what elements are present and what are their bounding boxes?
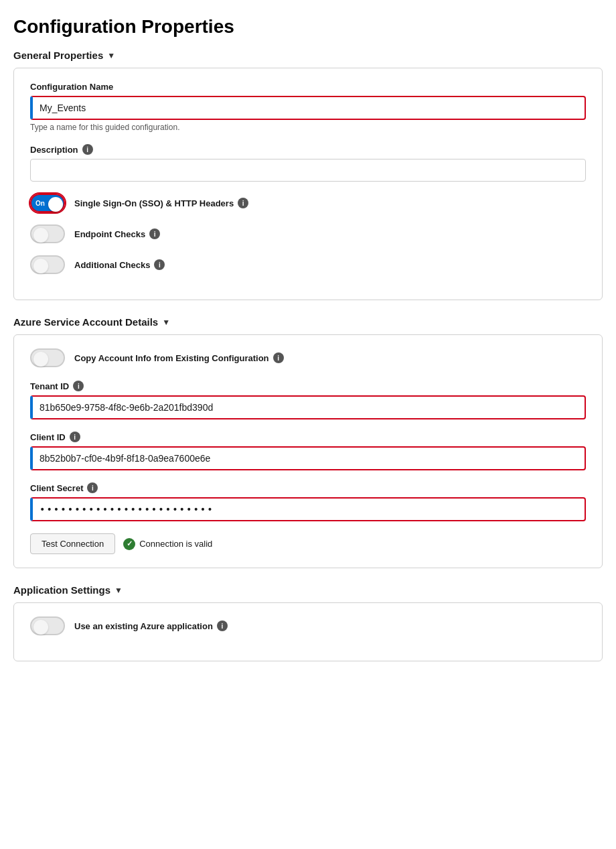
config-name-label: Configuration Name [30,82,586,92]
test-connection-button[interactable]: Test Connection [30,533,115,554]
app-settings-label: Application Settings [13,584,110,596]
copy-info-icon[interactable]: i [273,352,284,363]
azure-section-chevron: ▼ [162,318,170,327]
client-id-group: Client ID i [30,432,586,470]
general-properties-chevron: ▼ [107,51,115,60]
client-id-info-icon[interactable]: i [70,432,80,442]
connection-status-text: Connection is valid [139,539,212,549]
additional-toggle[interactable] [30,255,65,274]
azure-section: Azure Service Account Details ▼ Copy Acc… [13,316,603,568]
sso-label: Single Sign-On (SSO) & HTTP Headers i [74,198,248,208]
client-secret-group: Client Secret i [30,482,586,521]
check-circle-icon: ✓ [123,538,135,550]
endpoint-toggle-row: Endpoint Checks i [30,224,586,243]
endpoint-label: Endpoint Checks i [74,228,160,239]
azure-section-card: Copy Account Info from Existing Configur… [13,334,603,568]
tenant-id-group: Tenant ID i [30,381,586,419]
use-existing-label: Use an existing Azure application i [74,621,228,631]
sso-toggle[interactable]: On [30,194,65,212]
general-properties-label: General Properties [13,50,103,61]
client-id-label: Client ID i [30,432,586,442]
app-settings-chevron: ▼ [114,586,123,595]
copy-toggle[interactable] [30,348,65,367]
client-secret-input[interactable] [30,497,586,521]
copy-toggle-row: Copy Account Info from Existing Configur… [30,348,586,367]
use-existing-info-icon[interactable]: i [217,621,228,631]
endpoint-info-icon[interactable]: i [149,228,160,239]
sso-info-icon[interactable]: i [238,198,248,208]
description-group: Description i [30,144,586,182]
description-label: Description i [30,144,586,155]
description-input[interactable] [30,159,586,182]
azure-section-header[interactable]: Azure Service Account Details ▼ [13,316,603,328]
endpoint-toggle[interactable] [30,224,65,243]
additional-info-icon[interactable]: i [154,259,165,270]
client-id-input[interactable] [30,446,586,470]
copy-label: Copy Account Info from Existing Configur… [74,352,284,363]
azure-section-label: Azure Service Account Details [13,316,158,328]
description-info-icon[interactable]: i [82,144,93,155]
use-existing-toggle[interactable] [30,616,65,635]
config-name-group: Configuration Name Type a name for this … [30,82,586,132]
tenant-id-info-icon[interactable]: i [73,381,84,391]
general-properties-header[interactable]: General Properties ▼ [13,50,603,61]
general-properties-card: Configuration Name Type a name for this … [13,68,603,300]
general-properties-section: General Properties ▼ Configuration Name … [13,50,603,300]
app-settings-header[interactable]: Application Settings ▼ [13,584,603,596]
tenant-id-input[interactable] [30,395,586,419]
app-settings-section: Application Settings ▼ Use an existing A… [13,584,603,661]
use-existing-toggle-row: Use an existing Azure application i [30,616,586,635]
config-name-hint: Type a name for this guided configuratio… [30,123,586,132]
sso-toggle-text: On [35,200,45,207]
test-connection-row: Test Connection ✓ Connection is valid [30,533,586,554]
tenant-id-label: Tenant ID i [30,381,586,391]
additional-label: Additional Checks i [74,259,165,270]
app-settings-card: Use an existing Azure application i [13,602,603,661]
client-secret-info-icon[interactable]: i [87,482,98,493]
connection-status: ✓ Connection is valid [123,538,212,550]
client-secret-label: Client Secret i [30,482,586,493]
additional-toggle-row: Additional Checks i [30,255,586,274]
config-name-input[interactable] [30,96,586,120]
page-title: Configuration Properties [13,16,603,38]
sso-toggle-row: On Single Sign-On (SSO) & HTTP Headers i [30,194,586,212]
